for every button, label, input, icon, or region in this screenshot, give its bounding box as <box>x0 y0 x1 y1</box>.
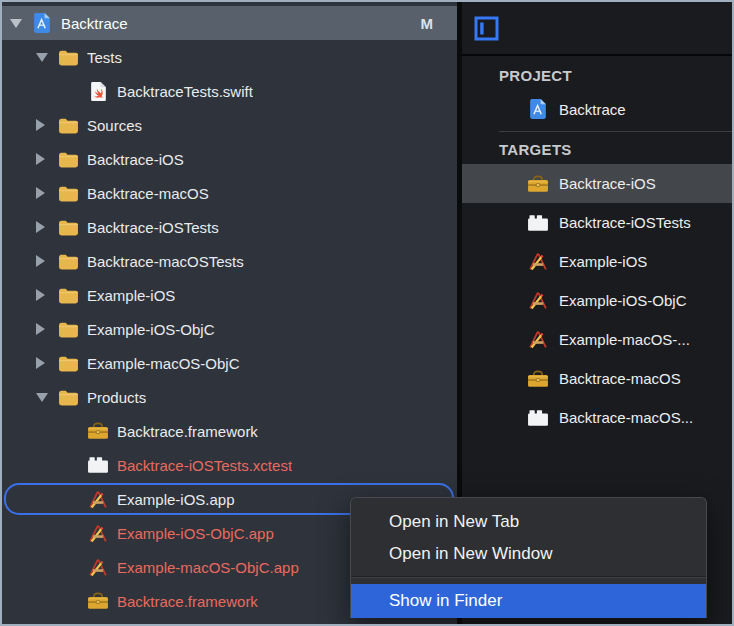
target-row[interactable]: Backtrace-macOS... <box>462 398 732 437</box>
inspector-toolbar <box>462 2 732 56</box>
folder-icon <box>56 181 80 205</box>
navigator-row[interactable]: Sources <box>2 108 457 142</box>
source-control-status-badge: M <box>421 15 434 32</box>
xctest-bundle-icon <box>526 211 550 235</box>
item-label: Backtrace-macOSTests <box>87 253 244 270</box>
disclosure-closed-icon[interactable] <box>36 187 56 199</box>
item-label: Backtrace-iOS <box>87 151 184 168</box>
project-section-header: PROJECT <box>462 60 732 90</box>
target-row[interactable]: Example-macOS-... <box>462 320 732 359</box>
target-label: Example-iOS-ObjC <box>559 292 687 309</box>
disclosure-closed-icon[interactable] <box>36 323 56 335</box>
folder-icon <box>56 385 80 409</box>
navigator-row[interactable]: Backtrace-iOS <box>2 142 457 176</box>
disclosure-closed-icon[interactable] <box>36 221 56 233</box>
target-label: Backtrace-macOS <box>559 370 681 387</box>
section-divider <box>499 131 732 132</box>
disclosure-closed-icon[interactable] <box>36 119 56 131</box>
targets-section-header: TARGETS <box>462 134 732 164</box>
menu-item[interactable]: Open in New Window <box>351 538 706 570</box>
disclosure-closed-icon[interactable] <box>36 289 56 301</box>
item-label: Example-macOS-ObjC.app <box>117 559 299 576</box>
item-label: Tests <box>87 49 122 66</box>
app-bundle-icon <box>526 289 550 313</box>
folder-icon <box>56 113 80 137</box>
navigator-row[interactable]: Example-macOS-ObjC <box>2 346 457 380</box>
folder-icon <box>56 283 80 307</box>
xctest-bundle-icon <box>526 406 550 430</box>
navigator-row[interactable]: Backtrace-macOS <box>2 176 457 210</box>
disclosure-open-icon[interactable] <box>10 19 30 28</box>
folder-icon <box>56 249 80 273</box>
framework-icon <box>526 367 550 391</box>
navigator-row[interactable]: Backtrace-iOSTests.xctest <box>2 448 457 482</box>
folder-icon <box>56 351 80 375</box>
navigator-row[interactable]: Example-iOS-ObjC <box>2 312 457 346</box>
context-menu: Open in New TabOpen in New WindowShow in… <box>350 497 707 618</box>
framework-icon <box>526 172 550 196</box>
menu-item[interactable]: Open in New Tab <box>351 506 706 538</box>
target-label: Example-iOS <box>559 253 647 270</box>
target-row[interactable]: Example-iOS-ObjC <box>462 281 732 320</box>
project-label: Backtrace <box>559 101 626 118</box>
framework-icon <box>86 419 110 443</box>
navigator-row[interactable]: Example-iOS <box>2 278 457 312</box>
target-label: Backtrace-iOSTests <box>559 214 691 231</box>
xcode-window: BacktraceMTestsBacktraceTests.swiftSourc… <box>0 0 734 626</box>
item-label: Example-iOS-ObjC <box>87 321 215 338</box>
target-label: Backtrace-macOS... <box>559 409 693 426</box>
item-label: Example-iOS.app <box>117 491 235 508</box>
app-bundle-icon <box>526 328 550 352</box>
swift-file-icon <box>86 79 110 103</box>
app-bundle-icon <box>86 521 110 545</box>
navigator-row[interactable]: Backtrace-macOSTests <box>2 244 457 278</box>
item-label: Sources <box>87 117 142 134</box>
folder-icon <box>56 147 80 171</box>
navigator-row[interactable]: Backtrace-iOSTests <box>2 210 457 244</box>
targets-list: Backtrace-iOSBacktrace-iOSTestsExample-i… <box>462 164 732 437</box>
target-label: Example-macOS-... <box>559 331 690 348</box>
framework-icon <box>86 589 110 613</box>
xcodeproj-icon <box>30 11 54 35</box>
menu-separator <box>351 570 706 584</box>
xcodeproj-icon <box>526 97 550 121</box>
project-row-backtrace[interactable]: Backtrace <box>462 90 732 128</box>
project-targets-list-toggle-icon[interactable] <box>473 15 499 41</box>
item-label: Example-iOS-ObjC.app <box>117 525 274 542</box>
folder-icon <box>56 45 80 69</box>
item-label: Example-macOS-ObjC <box>87 355 240 372</box>
app-bundle-icon <box>86 487 110 511</box>
navigator-row[interactable]: BacktraceM <box>2 6 457 40</box>
disclosure-closed-icon[interactable] <box>36 153 56 165</box>
menu-item[interactable]: Show in Finder <box>351 584 706 618</box>
item-label: Backtrace-iOSTests <box>87 219 219 236</box>
navigator-row[interactable]: Backtrace.framework <box>2 414 457 448</box>
item-label: Backtrace <box>61 15 128 32</box>
target-row[interactable]: Backtrace-macOS <box>462 359 732 398</box>
item-label: Products <box>87 389 146 406</box>
app-bundle-icon <box>86 555 110 579</box>
target-label: Backtrace-iOS <box>559 175 656 192</box>
item-label: Example-iOS <box>87 287 175 304</box>
target-row[interactable]: Backtrace-iOSTests <box>462 203 732 242</box>
disclosure-closed-icon[interactable] <box>36 255 56 267</box>
item-label: Backtrace-iOSTests.xctest <box>117 457 292 474</box>
item-label: Backtrace.framework <box>117 423 258 440</box>
navigator-row[interactable]: Products <box>2 380 457 414</box>
xctest-bundle-icon <box>86 453 110 477</box>
target-row[interactable]: Example-iOS <box>462 242 732 281</box>
app-bundle-icon <box>526 250 550 274</box>
disclosure-open-icon[interactable] <box>36 393 56 402</box>
disclosure-open-icon[interactable] <box>36 53 56 62</box>
navigator-row[interactable]: BacktraceTests.swift <box>2 74 457 108</box>
disclosure-closed-icon[interactable] <box>36 357 56 369</box>
folder-icon <box>56 215 80 239</box>
navigator-row[interactable]: Tests <box>2 40 457 74</box>
item-label: BacktraceTests.swift <box>117 83 253 100</box>
item-label: Backtrace.framework <box>117 593 258 610</box>
item-label: Backtrace-macOS <box>87 185 209 202</box>
target-row[interactable]: Backtrace-iOS <box>462 164 732 203</box>
folder-icon <box>56 317 80 341</box>
